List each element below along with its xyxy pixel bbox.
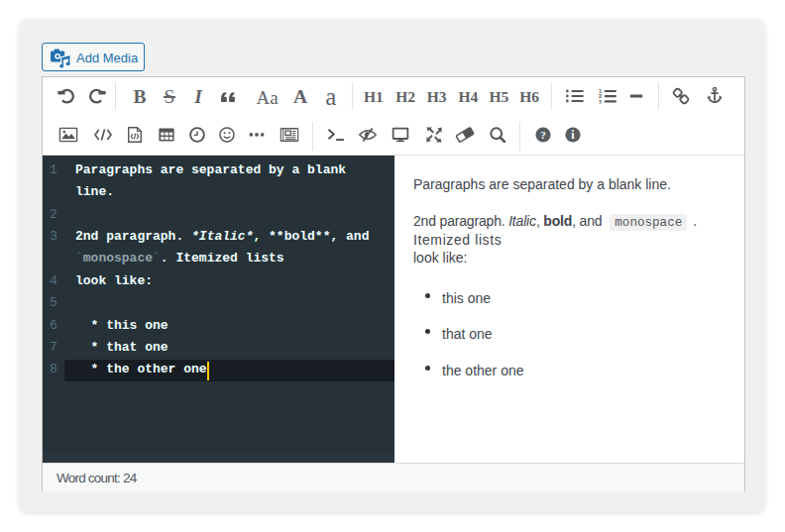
svg-text:?: ?: [540, 129, 546, 141]
svg-text:3: 3: [599, 98, 602, 103]
